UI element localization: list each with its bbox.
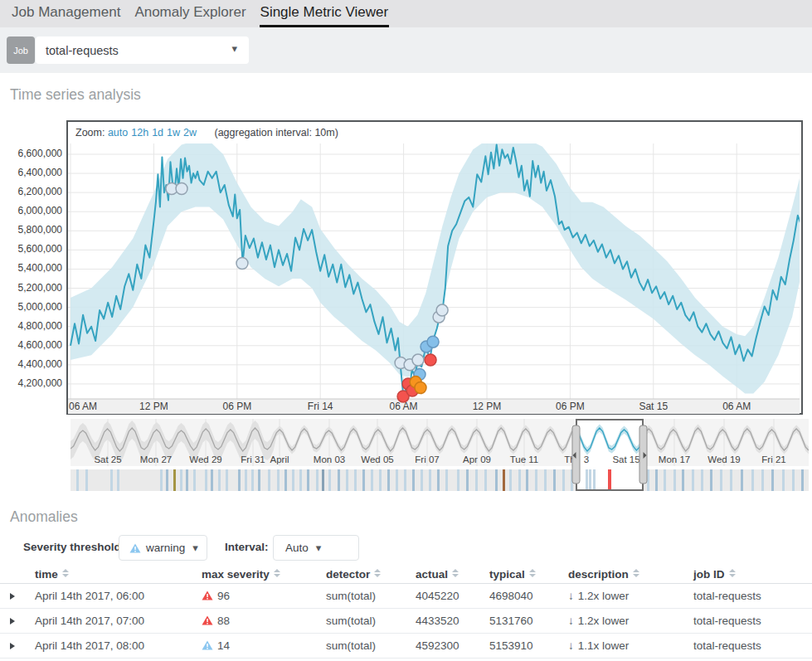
column-header-description[interactable]: description — [568, 568, 693, 581]
swimlane-anomaly-bar[interactable] — [110, 469, 113, 491]
expand-row-icon[interactable] — [10, 643, 15, 649]
swimlane-anomaly-bar[interactable] — [526, 469, 528, 491]
anomaly-marker-low[interactable] — [412, 354, 424, 366]
swimlane-anomaly-bar[interactable] — [682, 469, 684, 491]
swimlane-anomaly-bar[interactable] — [509, 469, 512, 491]
swimlane-anomaly-bar[interactable] — [371, 469, 373, 491]
swimlane-anomaly-bar[interactable] — [761, 469, 764, 491]
focus-chart-canvas[interactable]: 06 AM12 PM06 PMFri 1406 AM12 PM06 PMSat … — [68, 143, 800, 414]
swimlane-anomaly-bar[interactable] — [792, 469, 795, 491]
swimlane-anomaly-bar[interactable] — [166, 469, 168, 491]
swimlane-anomaly-bar[interactable] — [445, 469, 448, 491]
swimlane-anomaly-bar[interactable] — [673, 469, 676, 491]
sort-icon[interactable] — [633, 569, 639, 577]
swimlane-anomaly-bar[interactable] — [421, 469, 423, 491]
swimlane-anomaly-bar[interactable] — [299, 469, 302, 491]
zoom-option-1w[interactable]: 1w — [167, 127, 180, 139]
anomaly-marker-warning[interactable] — [427, 336, 439, 348]
swimlane-anomaly-bar[interactable] — [586, 469, 588, 491]
swimlane-anomaly-bar[interactable] — [484, 469, 487, 491]
swimlane-anomaly-bar[interactable] — [437, 469, 440, 491]
swimlane-anomaly-bar[interactable] — [211, 469, 213, 491]
swimlane-anomaly-bar[interactable] — [535, 469, 537, 491]
column-header-job-id[interactable]: job ID — [693, 568, 812, 581]
swimlane-anomaly-bar[interactable] — [544, 469, 547, 491]
swimlane-anomaly-bar[interactable] — [160, 469, 163, 491]
swimlane-anomaly-bar[interactable] — [741, 469, 743, 491]
swimlane-anomaly-bar[interactable] — [316, 469, 318, 491]
swimlane-anomaly-bar[interactable] — [553, 469, 556, 491]
zoom-option-12h[interactable]: 12h — [131, 127, 148, 139]
sort-icon[interactable] — [452, 569, 459, 577]
swimlane-anomaly-bar[interactable] — [180, 469, 182, 491]
swimlane-anomaly-bar[interactable] — [186, 469, 188, 491]
swimlane-anomaly-bar[interactable] — [193, 469, 196, 491]
swimlane-anomaly-bar[interactable] — [226, 469, 228, 491]
sort-icon[interactable] — [374, 569, 381, 577]
swimlane-anomaly-bar[interactable] — [245, 469, 247, 491]
swimlane-anomaly-bar[interactable] — [801, 469, 804, 491]
zoom-option-1d[interactable]: 1d — [152, 127, 163, 139]
swimlane-anomaly-bar[interactable] — [328, 469, 331, 491]
sort-icon[interactable] — [729, 569, 736, 577]
interval-dropdown[interactable]: Auto ▾ — [273, 535, 359, 561]
swimlane-anomaly-bar[interactable] — [593, 469, 596, 491]
severity-threshold-dropdown[interactable]: warning ▾ — [119, 535, 207, 561]
swimlane-anomaly-bar[interactable] — [85, 469, 88, 491]
swimlane-anomaly-bar[interactable] — [218, 469, 221, 491]
swimlane-anomaly-bar[interactable] — [751, 469, 754, 491]
swimlane-anomaly-bar[interactable] — [720, 469, 722, 491]
anomaly-marker-low[interactable] — [176, 183, 187, 195]
anomaly-marker-low[interactable] — [436, 304, 448, 316]
sort-icon[interactable] — [529, 569, 536, 577]
swimlane-anomaly-bar[interactable] — [475, 469, 478, 491]
swimlane-anomaly-bar[interactable] — [412, 469, 415, 491]
swimlane-anomaly-bar[interactable] — [76, 469, 79, 491]
swimlane-anomaly-bar[interactable] — [322, 469, 324, 491]
swimlane-anomaly-bar[interactable] — [251, 469, 254, 491]
swimlane-anomaly-bar[interactable] — [284, 469, 287, 491]
swimlane-anomaly-bar[interactable] — [404, 469, 406, 491]
swimlane-anomaly-bar[interactable] — [238, 469, 241, 491]
swimlane-anomaly-bar[interactable] — [664, 469, 666, 491]
column-header-max-severity[interactable]: max severity — [202, 568, 326, 581]
anomaly-marker-critical[interactable] — [425, 354, 436, 366]
column-header-detector[interactable]: detector — [326, 568, 416, 581]
swimlane-anomaly-bar[interactable] — [429, 469, 431, 491]
column-header-time[interactable]: time — [35, 568, 202, 581]
expand-row-icon[interactable] — [10, 618, 15, 625]
swimlane-anomaly-bar[interactable] — [379, 469, 382, 491]
zoom-option-auto[interactable]: auto — [108, 127, 128, 139]
swimlane-anomaly-bar[interactable] — [387, 469, 390, 491]
expand-row-icon[interactable] — [10, 593, 15, 600]
swimlane-anomaly-bar[interactable] — [562, 469, 565, 491]
column-header-actual[interactable]: actual — [416, 568, 489, 581]
sort-icon[interactable] — [62, 569, 69, 577]
zoom-option-2w[interactable]: 2w — [183, 127, 197, 139]
swimlane-anomaly-bar[interactable] — [466, 469, 469, 491]
tab-anomaly-explorer[interactable]: Anomaly Explorer — [134, 0, 246, 27]
column-header-typical[interactable]: typical — [489, 568, 568, 581]
swimlane-anomaly-bar[interactable] — [782, 469, 785, 491]
job-select-dropdown[interactable]: total-requests ▾ — [36, 36, 249, 64]
swimlane-anomaly-bar[interactable] — [692, 469, 694, 491]
swimlane-anomaly-bar[interactable] — [268, 469, 270, 491]
swimlane-anomaly-bar[interactable] — [346, 469, 348, 491]
swimlane-anomaly-bar[interactable] — [518, 469, 521, 491]
swimlane-anomaly-bar[interactable] — [710, 469, 712, 491]
swimlane-anomaly-bar[interactable] — [457, 469, 459, 491]
swimlane-anomaly-bar[interactable] — [608, 469, 611, 491]
context-chart-canvas[interactable]: Sat 25Mon 27Wed 29Fri 31AprilMon 03Wed 0… — [71, 419, 809, 492]
tab-job-management[interactable]: Job Management — [11, 0, 121, 27]
swimlane-anomaly-bar[interactable] — [292, 469, 294, 491]
swimlane-anomaly-bar[interactable] — [589, 469, 591, 491]
swimlane-anomaly-bar[interactable] — [117, 469, 119, 491]
swimlane-anomaly-bar[interactable] — [503, 469, 505, 491]
swimlane-anomaly-bar[interactable] — [338, 469, 340, 491]
swimlane-anomaly-bar[interactable] — [771, 469, 774, 491]
sort-icon[interactable] — [274, 569, 280, 577]
swimlane-anomaly-bar[interactable] — [205, 469, 207, 491]
tab-single-metric-viewer[interactable]: Single Metric Viewer — [260, 0, 390, 27]
swimlane-anomaly-bar[interactable] — [362, 469, 365, 491]
swimlane-anomaly-bar[interactable] — [495, 469, 498, 491]
